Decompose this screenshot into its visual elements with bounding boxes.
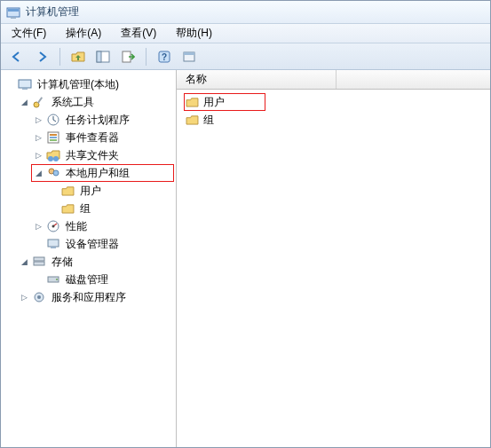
nav-forward-button[interactable] [31,46,52,67]
menu-view[interactable]: 查看(V) [115,24,162,43]
folder-icon [60,201,75,216]
up-folder-button[interactable] [67,46,89,67]
tree-users-label: 用户 [77,183,104,200]
show-hide-tree-button[interactable] [92,46,114,67]
tree-device-manager[interactable]: 设备管理器 [31,235,174,253]
nav-back-button[interactable] [6,46,28,67]
services-icon [32,290,46,304]
performance-icon [46,219,60,233]
tree-shared-folders-label: 共享文件夹 [63,147,122,164]
tree-groups[interactable]: 组 [45,200,174,217]
window-title: 计算机管理 [26,4,79,20]
computer-icon [18,77,32,91]
menubar: 文件(F) 操作(A) 查看(V) 帮助(H) [1,24,490,43]
svg-rect-25 [48,240,59,247]
svg-rect-10 [19,80,31,88]
tree-root-label: 计算机管理(本地) [35,76,122,93]
tree-task-scheduler[interactable]: ▷ 任务计划程序 [31,111,174,129]
tree-root[interactable]: 计算机管理(本地) [3,75,174,93]
expand-icon[interactable]: ▷ [33,114,44,125]
svg-rect-27 [34,257,44,261]
titlebar: 计算机管理 [1,1,490,24]
folder-icon [186,97,199,107]
folder-icon [186,114,199,125]
tree-event-viewer-label: 事件查看器 [63,130,122,146]
event-icon [46,130,60,145]
svg-point-19 [48,156,53,161]
tree-users[interactable]: 用户 [45,182,174,200]
list-header: 名称 [177,70,490,90]
properties-button[interactable] [178,46,200,67]
svg-point-32 [37,295,41,299]
content-area: 计算机管理(本地) ◢ 系统工具 [1,70,490,447]
users-groups-icon [46,166,60,180]
svg-rect-16 [50,134,57,136]
tree-pane: 计算机管理(本地) ◢ 系统工具 [1,70,177,447]
expand-icon[interactable]: ▷ [33,221,44,232]
collapse-icon[interactable]: ◢ [19,256,29,267]
menu-help[interactable]: 帮助(H) [170,24,218,43]
list-item-users-label: 用户 [203,95,225,110]
tree-performance-label: 性能 [63,218,90,235]
help-button[interactable]: ? [154,46,175,67]
tree-local-users-groups-label: 本地用户和组 [63,165,132,182]
tree-disk-management-label: 磁盘管理 [63,271,111,288]
tree-services-apps[interactable]: ▷ 服务和应用程序 [17,288,174,306]
app-icon [6,5,20,20]
svg-point-22 [53,170,59,176]
tree-disk-management[interactable]: 磁盘管理 [31,271,174,288]
list-pane: 名称 用户 组 [177,70,490,447]
tree-performance[interactable]: ▷ 性能 [31,217,174,235]
svg-rect-17 [50,137,57,138]
window-root: 计算机管理 文件(F) 操作(A) 查看(V) 帮助(H) ? [0,0,491,448]
folder-icon [60,184,75,198]
tree-shared-folders[interactable]: ▷ 共享文件夹 [31,146,174,164]
collapse-icon[interactable]: ◢ [33,168,44,178]
disk-icon [46,272,60,287]
svg-rect-26 [51,247,56,248]
svg-point-24 [52,225,55,228]
tree-local-users-groups[interactable]: ◢ 本地用户和组 [31,164,174,182]
toolbar-separator [59,48,60,66]
svg-rect-11 [22,88,28,90]
list-body: 用户 组 [177,90,490,447]
expand-icon[interactable]: ▷ [33,150,44,161]
svg-point-30 [56,279,58,280]
svg-point-20 [53,156,59,161]
collapse-icon[interactable]: ◢ [19,97,29,107]
tree-device-manager-label: 设备管理器 [63,236,122,253]
shared-folder-icon [46,148,60,162]
svg-rect-2 [11,17,16,19]
list-item-groups-label: 组 [203,113,214,128]
column-name-label: 名称 [186,72,207,87]
toolbar-separator [146,48,147,66]
svg-rect-28 [34,262,44,265]
menu-action[interactable]: 操作(A) [60,24,107,43]
toolbar: ? [1,43,490,70]
menu-file[interactable]: 文件(F) [6,24,51,43]
tree-event-viewer[interactable]: ▷ 事件查看器 [31,129,174,146]
expand-icon[interactable]: ▷ [19,292,29,303]
tree-system-tools-label: 系统工具 [49,94,97,111]
list-item-groups[interactable]: 组 [184,111,483,129]
clock-icon [46,113,60,127]
tree-groups-label: 组 [77,200,93,217]
tree-storage-label: 存储 [49,254,75,271]
svg-rect-1 [8,9,19,12]
svg-rect-13 [37,97,43,104]
tree-services-apps-label: 服务和应用程序 [49,289,129,306]
column-name[interactable]: 名称 [177,70,337,89]
tree-system-tools[interactable]: ◢ 系统工具 [17,93,174,111]
tree-storage[interactable]: ◢ 存储 [17,253,174,271]
storage-icon [32,255,46,269]
device-icon [46,237,60,251]
expand-icon[interactable]: ▷ [33,132,44,143]
svg-rect-4 [97,51,101,62]
svg-rect-9 [184,52,194,55]
svg-rect-18 [50,139,57,141]
list-item-users[interactable]: 用户 [184,93,265,111]
tree-task-scheduler-label: 任务计划程序 [63,112,132,129]
svg-text:?: ? [162,52,167,62]
export-list-button[interactable] [117,46,139,67]
tools-icon [32,95,46,109]
